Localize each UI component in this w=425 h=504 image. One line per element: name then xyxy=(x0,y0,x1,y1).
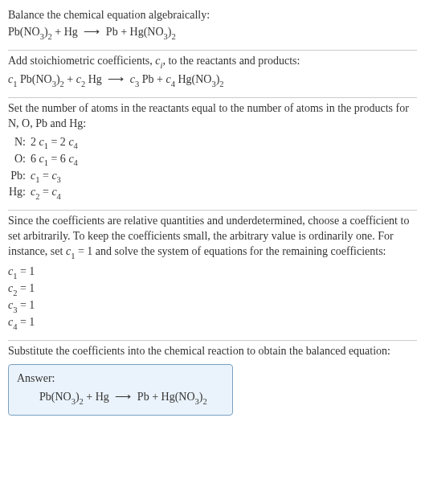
product-pb-hgno3: Pb + Hg(NO3)2 xyxy=(103,26,175,38)
coef-c3: c3 = 1 xyxy=(8,298,417,315)
section-title: Substitute the coefficients into the che… xyxy=(8,344,417,359)
arrow-icon: ⟶ xyxy=(112,390,134,405)
section-title: Since the coefficients are relative quan… xyxy=(8,214,417,261)
atom-row-n: N: 2 c1 = 2 c4 xyxy=(8,135,417,152)
answer-box: Answer: Pb(NO3)2 + Hg ⟶ Pb + Hg(NO3)2 xyxy=(8,364,233,416)
section-title: Set the number of atoms in the reactants… xyxy=(8,101,417,132)
atom-row-o: O: 6 c1 = 6 c4 xyxy=(8,152,417,169)
section-answer: Substitute the coefficients into the che… xyxy=(8,341,417,424)
section-stoichiometric: Add stoichiometric coefficients, ci, to … xyxy=(8,51,417,97)
atom-row-hg: Hg: c2 = c4 xyxy=(8,185,417,202)
section-balance: Balance the chemical equation algebraica… xyxy=(8,5,417,50)
section-title: Add stoichiometric coefficients, ci, to … xyxy=(8,54,417,71)
arrow-icon: ⟶ xyxy=(104,72,127,88)
answer-label: Answer: xyxy=(17,371,224,387)
equation-with-coeffs: c1 Pb(NO3)2 + c2 Hg ⟶ c3 Pb + c4 Hg(NO3)… xyxy=(8,72,417,89)
coef-c2: c2 = 1 xyxy=(8,281,417,298)
answer-equation: Pb(NO3)2 + Hg ⟶ Pb + Hg(NO3)2 xyxy=(17,390,224,407)
section-title: Balance the chemical equation algebraica… xyxy=(8,8,417,23)
coefficient-values: c1 = 1 c2 = 1 c3 = 1 c4 = 1 xyxy=(8,264,417,332)
atom-row-pb: Pb: c1 = c3 xyxy=(8,169,417,186)
equation-unbalanced: Pb(NO3)2 + Hg ⟶ Pb + Hg(NO3)2 xyxy=(8,25,417,42)
section-atom-balance: Set the number of atoms in the reactants… xyxy=(8,98,417,211)
reactant-pbno3: Pb(NO3)2 xyxy=(8,26,52,38)
coef-c1: c1 = 1 xyxy=(8,264,417,281)
arrow-icon: ⟶ xyxy=(80,25,103,40)
coef-c4: c4 = 1 xyxy=(8,315,417,332)
atom-equations: N: 2 c1 = 2 c4 O: 6 c1 = 6 c4 Pb: c1 = c… xyxy=(8,135,417,203)
section-solve: Since the coefficients are relative quan… xyxy=(8,211,417,340)
